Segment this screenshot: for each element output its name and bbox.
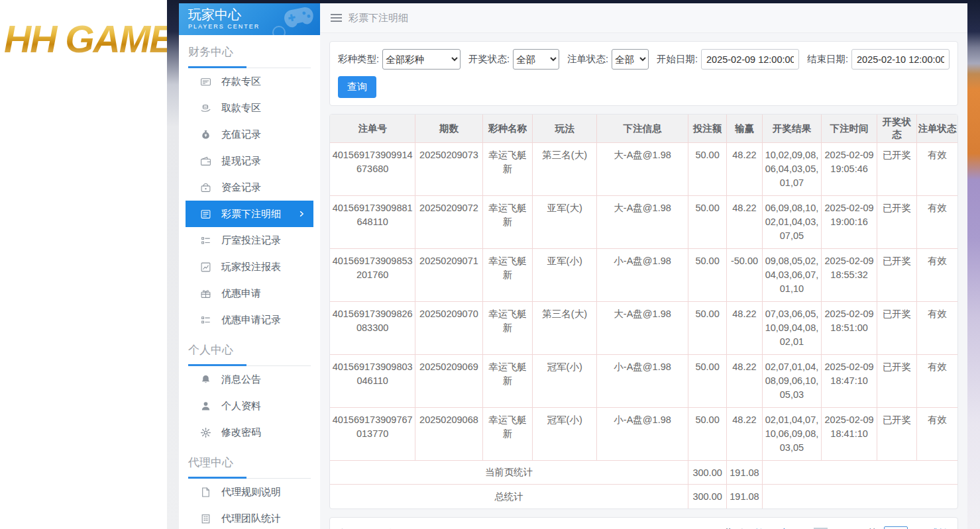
background-left-strip	[167, 0, 179, 529]
cell-bet-info: 大-A盘@1.98	[596, 196, 688, 249]
sidebar-item-fund-records[interactable]: 资金记录	[179, 174, 320, 201]
col-header-order-status: 注单状态	[916, 115, 957, 143]
sidebar-item-label: 存款专区	[221, 75, 261, 88]
cell-order-no: 401569173909914673680	[330, 143, 415, 196]
cell-order-no: 401569173909881648110	[330, 196, 415, 249]
page-jump-input[interactable]	[884, 526, 908, 529]
main-area: 彩票下注明细 彩种类型: 全部彩种 开奖状态: 全部 注单状态: 全部	[320, 3, 967, 529]
cell-bet-time: 2025-02-09 18:47:10	[821, 355, 877, 408]
order-status-select[interactable]: 全部	[612, 49, 649, 70]
summary-bet-total: 300.00	[688, 485, 727, 508]
col-header-bet-amount: 投注额	[688, 115, 727, 143]
col-header-period: 期数	[415, 115, 482, 143]
search-button[interactable]: 查询	[338, 76, 376, 98]
order-status-label: 注单状态:	[567, 53, 608, 66]
cell-play: 冠军(小)	[533, 355, 597, 408]
end-date-label: 结束日期:	[807, 53, 848, 66]
section-label: 代理中心	[188, 455, 311, 470]
sidebar-item-recharge-records[interactable]: 充值记录	[179, 121, 320, 148]
agent-menu: 代理规则说明 代理团队统计	[179, 479, 320, 529]
document-icon	[200, 487, 211, 498]
sidebar-item-label: 代理规则说明	[221, 486, 281, 499]
cell-bet-info: 大-A盘@1.98	[596, 302, 688, 355]
cell-order-status: 有效	[916, 302, 957, 355]
cell-bet-info: 大-A盘@1.98	[596, 143, 688, 196]
table-row: 401569173909914673680 20250209073 幸运飞艇新 …	[330, 143, 957, 196]
cell-draw-status: 已开奖	[877, 143, 917, 196]
cell-lottery-name: 幸运飞艇新	[482, 408, 533, 461]
cell-win-loss: 48.22	[726, 355, 762, 408]
cell-bet-info: 小-A盘@1.98	[596, 249, 688, 302]
col-header-win-loss: 输赢	[726, 115, 762, 143]
sidebar-item-label: 取款专区	[221, 102, 261, 115]
cell-period: 20250209068	[415, 408, 482, 461]
cell-draw-result: 02,07,01,04,08,09,06,10,05,03	[762, 355, 821, 408]
sidebar-item-label: 玩家投注报表	[221, 261, 281, 273]
sidebar-item-messages[interactable]: 消息公告	[179, 366, 320, 393]
sidebar-item-label: 个人资料	[221, 400, 261, 412]
filter-panel: 彩种类型: 全部彩种 开奖状态: 全部 注单状态: 全部 开始日期: 结束日期:	[329, 41, 958, 106]
cell-draw-result: 06,09,08,10,02,01,04,03,07,05	[762, 196, 821, 249]
personal-menu: 消息公告 个人资料 修改密码	[179, 366, 320, 446]
cell-bet-time: 2025-02-09 18:41:10	[821, 408, 877, 461]
table-header-row: 注单号 期数 彩种名称 玩法 下注信息 投注额 输赢 开奖结果 下注时间 开奖状…	[330, 115, 957, 143]
purse-icon	[200, 182, 211, 193]
col-header-draw-status: 开奖状态	[877, 115, 917, 143]
gift-icon	[200, 288, 211, 299]
sidebar-item-promo-apply-records[interactable]: 优惠申请记录	[179, 307, 320, 333]
sidebar-item-label: 优惠申请	[221, 287, 261, 300]
finance-menu: 存款专区 取款专区 充值记录 提现记录 资金记录 彩票下注明细	[179, 68, 320, 333]
sidebar-item-agent-rules[interactable]: 代理规则说明	[179, 479, 320, 505]
cell-win-loss: 48.22	[726, 408, 762, 461]
list-check-icon	[200, 235, 211, 246]
sidebar-item-deposit[interactable]: 存款专区	[179, 68, 320, 95]
col-header-order-no: 注单号	[330, 115, 415, 143]
sidebar-item-profile[interactable]: 个人资料	[179, 393, 320, 419]
start-date-input[interactable]	[701, 49, 799, 70]
cell-play: 第三名(大)	[533, 302, 597, 355]
cell-order-status: 有效	[916, 196, 957, 249]
hamburger-menu-icon[interactable]	[331, 12, 342, 24]
start-date-label: 开始日期:	[657, 53, 698, 66]
summary-label: 总统计	[330, 485, 688, 508]
sidebar-item-player-bet-report[interactable]: 玩家投注报表	[179, 254, 320, 280]
background-right-strip	[967, 0, 980, 529]
cell-period: 20250209072	[415, 196, 482, 249]
cell-lottery-name: 幸运飞艇新	[482, 249, 533, 302]
wallet-icon	[200, 156, 211, 167]
sidebar-item-withdrawal-records[interactable]: 提现记录	[179, 148, 320, 174]
table-row: 401569173909803046110 20250209069 幸运飞艇新 …	[330, 355, 957, 408]
summary-win-loss: 191.08	[726, 485, 762, 508]
end-date-input[interactable]	[851, 49, 950, 70]
sidebar-item-label: 彩票下注明细	[221, 208, 281, 220]
sidebar-item-agent-team-stats[interactable]: 代理团队统计	[179, 505, 320, 529]
summary-win-loss: 191.08	[726, 461, 762, 485]
sidebar-item-hall-bet-records[interactable]: 厅室投注记录	[179, 227, 320, 254]
summary-bet-total: 300.00	[688, 461, 727, 485]
person-icon	[200, 401, 211, 412]
content: 彩种类型: 全部彩种 开奖状态: 全部 注单状态: 全部 开始日期: 结束日期:	[320, 33, 967, 529]
sidebar-item-lottery-bet-details[interactable]: 彩票下注明细	[186, 201, 313, 227]
draw-status-label: 开奖状态:	[468, 53, 510, 66]
cell-draw-result: 09,08,05,02,04,03,06,07,01,10	[762, 249, 821, 302]
lottery-type-select[interactable]: 全部彩种	[382, 49, 461, 70]
cell-bet-amount: 50.00	[688, 196, 727, 249]
cell-order-status: 有效	[916, 249, 957, 302]
sidebar-item-withdraw[interactable]: 取款专区	[179, 95, 320, 121]
sidebar: 玩家中心 PLAYERS CENTER 财务中心 存款专区 取款专区 充值记录	[179, 3, 320, 529]
cell-draw-status: 已开奖	[877, 355, 917, 408]
summary-label: 当前页统计	[330, 461, 688, 485]
cell-order-no: 401569173909853201760	[330, 249, 415, 302]
cell-draw-result: 10,02,09,08,06,04,03,05,01,07	[762, 143, 821, 196]
table-row: 401569173909826083300 20250209070 幸运飞艇新 …	[330, 302, 957, 355]
site-logo: HH GAME	[4, 17, 167, 61]
table-row: 401569173909767013770 20250209068 幸运飞艇新 …	[330, 408, 957, 461]
cell-draw-status: 已开奖	[877, 302, 917, 355]
cell-period: 20250209070	[415, 302, 482, 355]
cell-bet-amount: 50.00	[688, 249, 727, 302]
draw-status-select[interactable]: 全部	[513, 49, 559, 70]
sidebar-item-promo-apply[interactable]: 优惠申请	[179, 280, 320, 307]
cell-period: 20250209069	[415, 355, 482, 408]
sidebar-item-change-password[interactable]: 修改密码	[179, 419, 320, 446]
cell-draw-result: 02,01,04,07,10,06,09,08,03,05	[762, 408, 821, 461]
